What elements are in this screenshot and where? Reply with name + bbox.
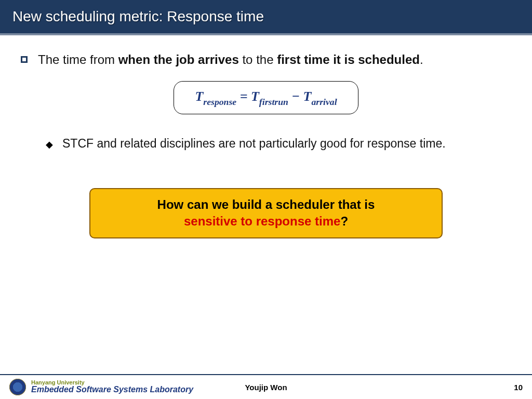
formula-subscript: arrival bbox=[312, 97, 337, 107]
author-name: Youjip Won bbox=[0, 383, 532, 392]
text-fragment: to the bbox=[239, 52, 277, 66]
callout-emphasis: sensitive to response time bbox=[184, 214, 340, 228]
formula-subscript: response bbox=[203, 97, 236, 107]
formula-var: T bbox=[303, 89, 312, 104]
text-bold: first time it is scheduled bbox=[277, 52, 420, 66]
formula-op: = bbox=[236, 89, 251, 104]
formula-subscript: firstrun bbox=[259, 97, 288, 107]
bullet1-text: The time from when the job arrives to th… bbox=[38, 51, 423, 69]
formula-var: T bbox=[195, 89, 203, 104]
diamond-bullet-icon: ◆ bbox=[46, 138, 53, 151]
square-bullet-icon bbox=[21, 56, 28, 63]
text-bold: when the job arrives bbox=[118, 52, 239, 66]
text-fragment: . bbox=[420, 52, 423, 66]
footer: Hanyang University Embedded Software Sys… bbox=[0, 374, 532, 399]
callout-line1: How can we build a scheduler that is bbox=[157, 197, 375, 211]
slide-title: New scheduling metric: Response time bbox=[12, 8, 264, 25]
bullet-level2: ◆ STCF and related disciplines are not p… bbox=[46, 135, 511, 152]
formula-var: T bbox=[251, 89, 259, 104]
callout-question-mark: ? bbox=[340, 214, 348, 228]
title-bar: New scheduling metric: Response time bbox=[0, 0, 532, 35]
callout-box: How can we build a scheduler that is sen… bbox=[89, 188, 443, 238]
formula-op: − bbox=[288, 89, 303, 104]
bullet2-text: STCF and related disciplines are not par… bbox=[62, 135, 446, 152]
text-fragment: The time from bbox=[38, 52, 118, 66]
formula-box: Tresponse = Tfirstrun − Tarrival bbox=[174, 81, 358, 114]
slide-content: The time from when the job arrives to th… bbox=[0, 35, 532, 238]
bullet-level1: The time from when the job arrives to th… bbox=[21, 51, 511, 69]
slide: New scheduling metric: Response time The… bbox=[0, 0, 532, 399]
